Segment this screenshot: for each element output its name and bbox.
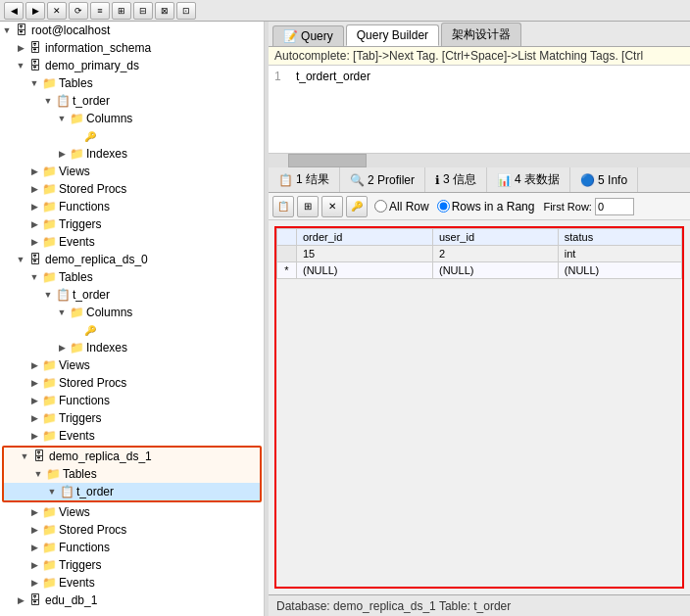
tab-profiler[interactable]: 🔍 2 Profiler	[340, 167, 425, 192]
tree-item-events-1[interactable]: ▶ 📁 Events	[0, 233, 264, 251]
toggle-idx1[interactable]: ▶	[55, 149, 69, 159]
table-row[interactable]: * (NULL) (NULL) (NULL)	[277, 262, 682, 279]
table-row[interactable]: 15 2 int	[277, 246, 682, 262]
toggle-trigs1[interactable]: ▶	[27, 219, 41, 229]
tree-item-tables-2[interactable]: ▼ 📁 Tables	[0, 268, 264, 286]
tree-item-views-2[interactable]: ▶ 📁 Views	[0, 356, 264, 374]
toggle-funcs1[interactable]: ▶	[27, 202, 41, 212]
tab-5info[interactable]: 🔵 5 Info	[570, 167, 638, 192]
tree-item-stored-procs-2[interactable]: ▶ 📁 Stored Procs	[0, 374, 264, 392]
tree-item-stored-procs-1[interactable]: ▶ 📁 Stored Procs	[0, 180, 264, 198]
tree-item-replica0[interactable]: ▼ 🗄 demo_replica_ds_0	[0, 251, 264, 268]
tool4-btn[interactable]: ⊡	[176, 2, 196, 20]
toggle-tables3[interactable]: ▼	[31, 469, 45, 479]
tree-item-tables-1[interactable]: ▼ 📁 Tables	[0, 74, 264, 92]
toggle-torder2[interactable]: ▼	[41, 290, 55, 300]
toggle-events1[interactable]: ▶	[27, 237, 41, 247]
all-row-option[interactable]: All Row	[374, 200, 429, 213]
tab-table-data[interactable]: 📊 4 表数据	[487, 167, 570, 192]
toggle-sprocs3[interactable]: ▶	[27, 525, 41, 535]
menu-btn[interactable]: ≡	[90, 2, 110, 20]
tree-item-demo-primary[interactable]: ▼ 🗄 demo_primary_ds	[0, 57, 264, 74]
stop-btn[interactable]: ✕	[47, 2, 67, 20]
tree-item-root[interactable]: ▼ 🗄 root@localhost	[0, 22, 264, 39]
tree-item-functions-1[interactable]: ▶ 📁 Functions	[0, 198, 264, 215]
tree-item-events-2[interactable]: ▶ 📁 Events	[0, 427, 264, 445]
tree-item-indexes-2[interactable]: ▶ 📁 Indexes	[0, 339, 264, 356]
cell-status-1[interactable]: int	[558, 246, 681, 262]
toggle-replica1[interactable]: ▼	[18, 451, 31, 461]
tab-schema-designer[interactable]: 架构设计器	[441, 23, 521, 46]
tree-item-triggers-3[interactable]: ▶ 📁 Triggers	[0, 556, 264, 574]
tree-item-t-order-1[interactable]: ▼ 📋 t_order	[0, 92, 264, 110]
toggle-sprocs2[interactable]: ▶	[27, 378, 41, 388]
tree-item-col-icon-2[interactable]: 🔑	[0, 321, 264, 339]
forward-btn[interactable]: ▶	[25, 2, 45, 20]
cell-order-id-2[interactable]: (NULL)	[297, 262, 433, 279]
tree-item-events-3[interactable]: ▶ 📁 Events	[0, 574, 264, 592]
toggle-tables2[interactable]: ▼	[27, 272, 41, 282]
tree-item-views-1[interactable]: ▶ 📁 Views	[0, 163, 264, 180]
tree-item-triggers-1[interactable]: ▶ 📁 Triggers	[0, 215, 264, 233]
rows-range-radio[interactable]	[437, 200, 450, 213]
tree-item-columns-2[interactable]: ▼ 📁 Columns	[0, 304, 264, 321]
first-row-input[interactable]	[595, 198, 634, 215]
back-btn[interactable]: ◀	[4, 2, 24, 20]
tool-btn-4[interactable]: 🔑	[346, 196, 368, 217]
toggle-cols2[interactable]: ▼	[55, 308, 69, 317]
tree-item-col-icon-1[interactable]: 🔑	[0, 127, 264, 145]
toggle-funcs3[interactable]: ▶	[27, 543, 41, 552]
tree-item-columns-1[interactable]: ▼ 📁 Columns	[0, 110, 264, 127]
editor-scroll-thumb[interactable]	[288, 154, 367, 167]
toggle-edu[interactable]: ▶	[14, 595, 27, 605]
toggle-events2[interactable]: ▶	[27, 431, 41, 441]
tree-item-replica1[interactable]: ▼ 🗄 demo_replica_ds_1	[4, 448, 260, 465]
col-header-order-id[interactable]: order_id	[297, 229, 433, 246]
tool1-btn[interactable]: ⊞	[112, 2, 131, 20]
editor-scrollbar[interactable]	[269, 154, 690, 167]
tool2-btn[interactable]: ⊟	[133, 2, 153, 20]
tree-item-stored-procs-3[interactable]: ▶ 📁 Stored Procs	[0, 521, 264, 539]
toggle-views2[interactable]: ▶	[27, 360, 41, 370]
toggle-funcs2[interactable]: ▶	[27, 396, 41, 405]
cell-user-id-2[interactable]: (NULL)	[432, 262, 558, 279]
toggle-views3[interactable]: ▶	[27, 507, 41, 517]
tree-item-triggers-2[interactable]: ▶ 📁 Triggers	[0, 409, 264, 427]
tree-item-functions-2[interactable]: ▶ 📁 Functions	[0, 392, 264, 409]
toggle-primary[interactable]: ▼	[14, 61, 27, 71]
tree-item-functions-3[interactable]: ▶ 📁 Functions	[0, 539, 264, 556]
rows-range-option[interactable]: Rows in a Rang	[437, 200, 535, 213]
cell-status-2[interactable]: (NULL)	[558, 262, 681, 279]
tab-query[interactable]: 📝 Query	[272, 25, 344, 46]
tree-item-indexes-1[interactable]: ▶ 📁 Indexes	[0, 145, 264, 163]
query-editor[interactable]: 1 t_ordert_order	[269, 66, 690, 154]
toggle-views1[interactable]: ▶	[27, 166, 41, 176]
cell-user-id-1[interactable]: 2	[432, 246, 558, 262]
col-header-status[interactable]: status	[558, 229, 681, 246]
tree-item-tables-3[interactable]: ▼ 📁 Tables	[4, 465, 260, 483]
cell-order-id-1[interactable]: 15	[297, 246, 433, 262]
toggle-root[interactable]: ▼	[0, 25, 14, 35]
toggle-trigs3[interactable]: ▶	[27, 560, 41, 570]
toggle-torder3[interactable]: ▼	[45, 487, 59, 497]
tree-item-information-schema[interactable]: ▶ 🗄 information_schema	[0, 39, 264, 57]
tree-item-t-order-3[interactable]: ▼ 📋 t_order	[4, 483, 260, 500]
toggle-torder1[interactable]: ▼	[41, 96, 55, 106]
tool3-btn[interactable]: ⊠	[155, 2, 174, 20]
tool-btn-2[interactable]: ⊞	[297, 196, 319, 217]
toggle-tables1[interactable]: ▼	[27, 78, 41, 88]
tab-results[interactable]: 📋 1 结果	[269, 167, 340, 192]
toggle-cols1[interactable]: ▼	[55, 114, 69, 123]
toggle-events3[interactable]: ▶	[27, 578, 41, 588]
tab-info[interactable]: ℹ 3 信息	[425, 167, 487, 192]
toggle-sprocs1[interactable]: ▶	[27, 184, 41, 194]
toggle-trigs2[interactable]: ▶	[27, 413, 41, 423]
refresh-btn[interactable]: ⟳	[69, 2, 88, 20]
tab-query-builder[interactable]: Query Builder	[346, 24, 439, 46]
tool-btn-1[interactable]: 📋	[272, 196, 294, 217]
all-row-radio[interactable]	[374, 200, 387, 213]
col-header-user-id[interactable]: user_id	[432, 229, 558, 246]
toggle-idx2[interactable]: ▶	[55, 343, 69, 353]
tree-item-views-3[interactable]: ▶ 📁 Views	[0, 503, 264, 521]
toggle-replica0[interactable]: ▼	[14, 255, 27, 264]
